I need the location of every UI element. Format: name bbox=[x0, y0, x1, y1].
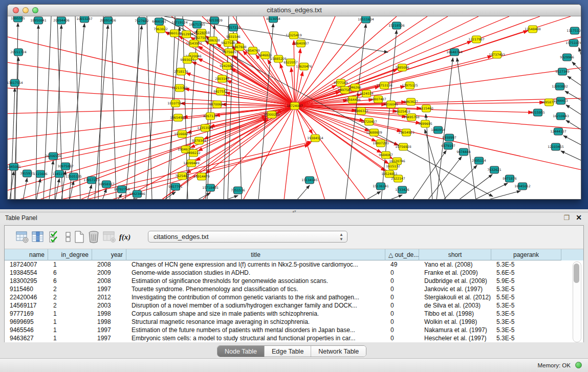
graph-node[interactable]: 2935114 bbox=[472, 157, 486, 164]
graph-edge[interactable] bbox=[568, 76, 581, 86]
graph-node[interactable]: 6879197 bbox=[441, 142, 455, 149]
graph-node[interactable]: 8215955 bbox=[531, 109, 545, 116]
graph-node[interactable]: 1440954 bbox=[431, 126, 445, 134]
graph-edge[interactable] bbox=[49, 161, 53, 200]
graph-node[interactable]: 1115686 bbox=[33, 170, 48, 178]
graph-edge[interactable] bbox=[231, 69, 295, 106]
graph-node[interactable]: 7251536 bbox=[231, 187, 245, 194]
graph-node[interactable]: 7986322 bbox=[354, 107, 368, 115]
graph-node[interactable]: 10688609 bbox=[366, 129, 382, 136]
graph-node[interactable]: 11175107 bbox=[567, 27, 581, 34]
float-window-icon[interactable]: ❐ bbox=[563, 214, 570, 222]
graph-node[interactable]: 17975125 bbox=[402, 82, 418, 89]
graph-edge[interactable] bbox=[111, 16, 116, 200]
column-header-short[interactable]: short bbox=[419, 249, 491, 260]
graph-node[interactable]: 9227349 bbox=[555, 68, 570, 75]
graph-node[interactable]: 30975887 bbox=[57, 163, 74, 170]
table-options-button[interactable] bbox=[16, 230, 29, 244]
graph-node[interactable]: 6216045 bbox=[384, 101, 398, 108]
table-row[interactable]: 1830029562008Estimation of significance … bbox=[5, 277, 583, 285]
graph-edge[interactable] bbox=[474, 183, 508, 200]
create-new-attribute-button[interactable] bbox=[73, 230, 86, 244]
graph-edge[interactable] bbox=[147, 16, 152, 200]
tab-edge-table[interactable]: Edge Table bbox=[265, 346, 311, 357]
network-canvas[interactable]: 1872400718300295193845549777169649756874… bbox=[8, 16, 581, 200]
graph-node[interactable]: 1733426 bbox=[395, 186, 409, 193]
graph-node[interactable]: 15218506 bbox=[388, 22, 405, 29]
graph-node[interactable]: 16671385 bbox=[189, 21, 205, 28]
graph-node[interactable]: 18107554 bbox=[167, 100, 184, 107]
graph-edge[interactable] bbox=[295, 41, 472, 106]
graph-edge[interactable] bbox=[55, 179, 59, 200]
graph-node[interactable]: 10807487 bbox=[370, 96, 386, 103]
graph-node[interactable]: 9474444 bbox=[456, 148, 471, 156]
graph-node[interactable]: 20894406 bbox=[53, 17, 70, 24]
graph-node[interactable]: 18640937 bbox=[293, 40, 309, 47]
select-attributes-button[interactable] bbox=[48, 230, 61, 244]
column-header-pagerank[interactable]: pagerank bbox=[491, 249, 561, 260]
splitter-grip-icon[interactable]: ▴▾ bbox=[291, 210, 297, 212]
graph-node[interactable]: 7632621 bbox=[487, 166, 502, 173]
graph-edge[interactable] bbox=[366, 191, 381, 200]
graph-edge[interactable] bbox=[102, 189, 106, 200]
graph-node[interactable]: 9699695 bbox=[418, 120, 432, 127]
delete-attribute-button[interactable] bbox=[87, 230, 100, 244]
graph-node[interactable]: 746266 bbox=[349, 84, 361, 91]
graph-edge[interactable] bbox=[88, 185, 92, 200]
graph-node[interactable]: 18511604 bbox=[358, 16, 374, 23]
graph-edge[interactable] bbox=[284, 106, 295, 200]
table-row[interactable]: 946362711997Embryonic stem cells: a mode… bbox=[5, 334, 583, 342]
graph-edge[interactable] bbox=[295, 31, 528, 106]
graph-edge[interactable] bbox=[295, 98, 581, 106]
scrollbar-thumb[interactable] bbox=[574, 264, 579, 283]
graph-edge[interactable] bbox=[164, 192, 176, 200]
graph-edge[interactable] bbox=[425, 129, 446, 200]
graph-node[interactable]: 16945012 bbox=[514, 183, 531, 190]
graph-node[interactable]: 3915931 bbox=[20, 170, 34, 177]
graph-edge[interactable] bbox=[134, 16, 139, 200]
graph-node[interactable]: 18950841 bbox=[30, 17, 47, 24]
graph-edge[interactable] bbox=[487, 191, 520, 200]
graph-node[interactable]: 8471876 bbox=[503, 175, 517, 182]
graph-edge[interactable] bbox=[428, 157, 462, 200]
graph-node[interactable]: 8813054 bbox=[266, 16, 280, 23]
graph-node[interactable]: 19756928 bbox=[395, 143, 411, 150]
graph-node[interactable]: 8938997 bbox=[442, 134, 456, 141]
citation-network-graph[interactable]: 1872400718300295193845549777169649756874… bbox=[8, 16, 581, 200]
graph-edge[interactable] bbox=[95, 25, 108, 200]
function-builder-button[interactable]: f(x) bbox=[118, 230, 132, 244]
graph-node[interactable]: 12093882 bbox=[552, 83, 568, 90]
graph-node[interactable]: 19654923 bbox=[398, 129, 415, 136]
graph-node[interactable]: 20551724 bbox=[10, 49, 27, 56]
graph-node[interactable]: 16210643 bbox=[553, 113, 569, 120]
graph-edge[interactable] bbox=[563, 136, 581, 145]
column-header-title[interactable]: title bbox=[126, 249, 385, 260]
show-columns-button[interactable] bbox=[31, 230, 45, 244]
graph-node[interactable]: 3624554 bbox=[359, 90, 374, 97]
tab-network-table[interactable]: Network Table bbox=[311, 346, 366, 357]
graph-node[interactable]: 12103455 bbox=[548, 143, 564, 150]
graph-node[interactable]: 1895505 bbox=[11, 16, 25, 22]
table-row[interactable]: 1456911722003Disruption of a novel membe… bbox=[5, 301, 583, 310]
graph-node[interactable]: 12213369 bbox=[171, 84, 188, 92]
graph-node[interactable]: 15720407 bbox=[361, 118, 377, 125]
graph-node[interactable]: 15718485 bbox=[202, 184, 219, 191]
column-header-year[interactable]: year bbox=[92, 249, 126, 260]
graph-node[interactable]: 9242848 bbox=[220, 62, 234, 70]
graph-edge[interactable] bbox=[579, 48, 581, 57]
graph-edge[interactable] bbox=[8, 106, 295, 114]
graph-node[interactable]: 1845081 bbox=[8, 163, 21, 170]
graph-edge[interactable] bbox=[566, 105, 581, 115]
graph-edge[interactable] bbox=[572, 62, 581, 72]
tab-node-table[interactable]: Node Table bbox=[217, 346, 265, 357]
graph-edge[interactable] bbox=[14, 57, 18, 200]
table-row[interactable]: 969969511998Structural magnetic resonanc… bbox=[5, 318, 583, 326]
column-header-in_degree[interactable]: in_degree bbox=[48, 249, 92, 260]
table-row[interactable]: 1938455462009Genome-wide association stu… bbox=[5, 269, 583, 277]
graph-edge[interactable] bbox=[125, 26, 142, 200]
table-row[interactable]: 946554611997Estimation of the future num… bbox=[5, 326, 583, 334]
graph-edge[interactable] bbox=[457, 58, 476, 200]
graph-node[interactable]: 19737493 bbox=[489, 51, 505, 58]
column-header-out_de[interactable]: △ out_de... bbox=[385, 249, 419, 260]
table-row[interactable]: 2242004622012Investigating the contribut… bbox=[5, 293, 583, 301]
